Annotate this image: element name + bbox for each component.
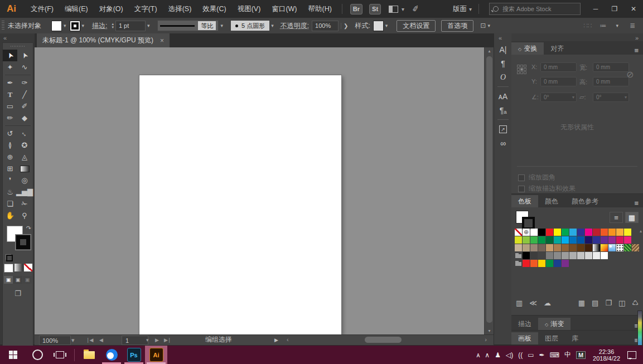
column-graph-tool[interactable]: ▂▅▇: [17, 186, 32, 198]
graphic-style-swatch[interactable]: [373, 21, 384, 31]
touch-workspace-icon[interactable]: ⊡: [480, 22, 486, 30]
height-field[interactable]: 0 mm: [593, 77, 629, 86]
opacity-link[interactable]: 不透明度:: [281, 21, 309, 31]
eyedropper-tool[interactable]: ❜: [3, 174, 17, 186]
x-field[interactable]: 0 mm: [540, 62, 577, 72]
mesh-tool[interactable]: ⊞: [3, 163, 17, 174]
pen-tool[interactable]: ✒: [3, 77, 17, 89]
tab-swatches[interactable]: 色板: [511, 195, 538, 207]
swatch[interactable]: [577, 244, 584, 251]
tab-color[interactable]: 颜色: [538, 195, 565, 207]
swatch[interactable]: [515, 244, 522, 251]
draw-inside-button[interactable]: ▣: [23, 276, 32, 284]
close-button[interactable]: ✕: [624, 0, 643, 18]
swatch[interactable]: [538, 236, 545, 244]
blend-tool[interactable]: ◎: [17, 174, 32, 186]
swatch[interactable]: [593, 236, 600, 244]
swatch[interactable]: [554, 260, 561, 267]
horizontal-scroll-thumb[interactable]: [365, 337, 402, 343]
swatch[interactable]: [530, 260, 538, 267]
eraser-tool[interactable]: ◆: [17, 112, 32, 124]
swatch-grad-warm[interactable]: [601, 244, 608, 251]
swatch[interactable]: [562, 252, 569, 259]
swatch[interactable]: [601, 229, 608, 236]
bridge-button[interactable]: Br: [350, 4, 362, 14]
tab-close-icon[interactable]: ×: [160, 37, 164, 45]
drag-handle[interactable]: [2, 21, 4, 31]
document-tab[interactable]: 未标题-1 @ 100% (CMYK/GPU 预览) ×: [37, 33, 170, 47]
delete-swatch-icon[interactable]: ♺: [632, 299, 639, 307]
lasso-tool[interactable]: ∿: [17, 61, 32, 73]
tab-gradient[interactable]: ◇渐变: [538, 318, 571, 330]
panel-menu-icon[interactable]: ≡: [634, 199, 643, 207]
ime-indicator[interactable]: 中: [564, 350, 571, 360]
color-group-folder-icon[interactable]: [515, 252, 522, 259]
width-field[interactable]: 0 mm: [593, 62, 629, 72]
scale-corners-checkbox[interactable]: 缩放圆角: [518, 173, 555, 182]
swatch[interactable]: [577, 229, 584, 236]
swatch[interactable]: [546, 236, 553, 244]
new-swatch-icon[interactable]: ◫: [618, 299, 625, 307]
swatch[interactable]: [562, 236, 569, 244]
swatch[interactable]: [601, 252, 608, 259]
links-panel-icon[interactable]: ∞: [494, 136, 512, 150]
menu-item[interactable]: 帮助(H): [303, 0, 337, 18]
taskbar-clock[interactable]: 22:36 2018/4/22: [593, 348, 620, 362]
vertical-scrollbar[interactable]: ▴ ▾: [484, 47, 494, 334]
zoom-dropdown-icon[interactable]: ▾: [71, 336, 75, 344]
swatch[interactable]: [569, 244, 577, 251]
action-center-icon[interactable]: [627, 351, 636, 359]
swatch[interactable]: [601, 236, 608, 244]
screen-mode-button[interactable]: ❐: [3, 289, 33, 298]
character-panel-icon[interactable]: A|: [494, 42, 512, 56]
rectangle-tool[interactable]: ▭: [3, 100, 17, 112]
swatch[interactable]: [624, 236, 631, 244]
swatch[interactable]: [608, 236, 616, 244]
menu-item[interactable]: 窗口(W): [266, 0, 302, 18]
swatch-scroll-up-icon[interactable]: ▴: [640, 229, 642, 234]
opentype-panel-icon[interactable]: O: [494, 70, 512, 84]
type-tool[interactable]: T: [3, 89, 17, 100]
chevron-down-icon[interactable]: ▾: [64, 23, 66, 28]
magic-wand-tool[interactable]: ✦: [3, 61, 17, 73]
default-fill-stroke-icon[interactable]: [6, 254, 13, 261]
slice-tool[interactable]: ✁: [17, 198, 32, 210]
network-icon[interactable]: ((: [518, 351, 523, 359]
swatch[interactable]: [562, 244, 569, 251]
swatch-registration[interactable]: ⊕: [523, 229, 530, 236]
previous-artboard-icon[interactable]: ◀: [99, 336, 103, 344]
scroll-down-icon[interactable]: ▾: [485, 328, 494, 333]
scale-tool[interactable]: ↔: [17, 128, 32, 139]
tab-stroke[interactable]: 描边: [511, 318, 538, 330]
panel-menu-icon[interactable]: ≡: [634, 46, 643, 55]
direct-selection-tool[interactable]: ➤: [17, 50, 32, 61]
fill-stroke-proxy-small[interactable]: [516, 211, 535, 230]
battery-icon[interactable]: ▭: [528, 351, 534, 359]
scale-strokes-effects-checkbox[interactable]: 缩放描边和效果: [518, 184, 576, 193]
first-artboard-icon[interactable]: ❘◀: [86, 336, 93, 344]
scroll-left-icon[interactable]: ‹: [287, 335, 289, 344]
swatch[interactable]: [569, 236, 577, 244]
stroke-weight-stepper[interactable]: ▴ ▾: [112, 22, 114, 29]
swatch[interactable]: [538, 229, 545, 236]
swatch[interactable]: [530, 244, 538, 251]
shear-field[interactable]: 0°▾: [593, 93, 629, 102]
swatch[interactable]: [593, 229, 600, 236]
scroll-right-icon[interactable]: ›: [485, 335, 487, 344]
tab-libraries[interactable]: 库: [565, 332, 585, 344]
grid-view-button[interactable]: ▦: [625, 212, 639, 223]
opacity-field[interactable]: 100%: [312, 21, 339, 31]
list-view-icon[interactable]: ≣: [630, 22, 635, 30]
swatch-libraries-icon[interactable]: ▥: [516, 299, 523, 307]
shape-builder-tool[interactable]: ⊕: [3, 151, 17, 163]
swatch[interactable]: [515, 236, 522, 244]
stock-button[interactable]: St: [369, 4, 381, 14]
chevron-down-icon[interactable]: ▾: [271, 23, 274, 28]
swatch-pat-earth[interactable]: [632, 244, 639, 251]
swatch[interactable]: [530, 229, 538, 236]
tab-artboards[interactable]: 画板: [511, 332, 538, 344]
chevron-down-icon[interactable]: ▾: [625, 93, 627, 101]
swatch[interactable]: [585, 229, 592, 236]
swatch[interactable]: [569, 229, 577, 236]
swatch[interactable]: [577, 236, 584, 244]
